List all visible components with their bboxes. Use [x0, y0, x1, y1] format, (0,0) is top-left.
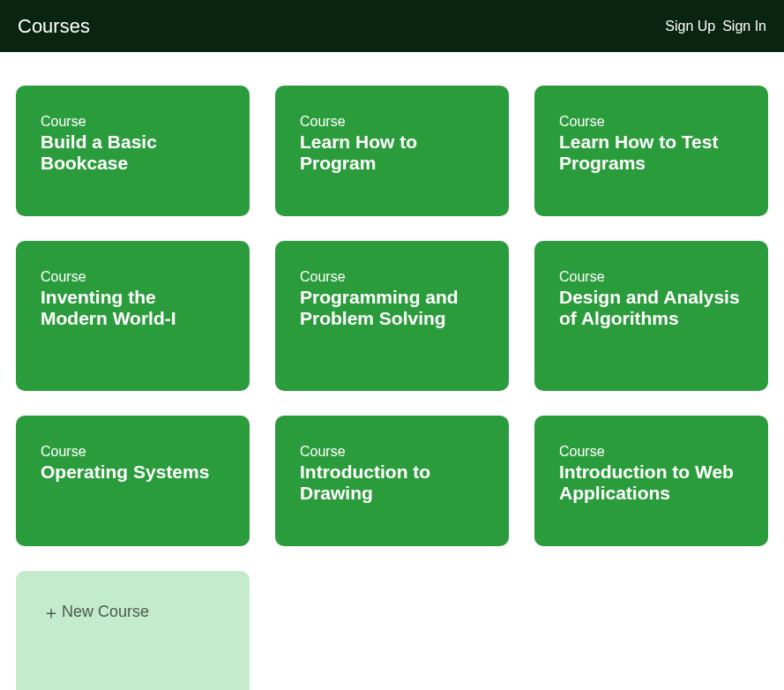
course-title: Programming and Problem Solving	[300, 287, 484, 329]
signup-link[interactable]: Sign Up	[665, 19, 715, 34]
new-course-content: ＋ New Course	[42, 603, 149, 621]
course-label: Course	[559, 114, 743, 130]
course-label: Course	[559, 444, 743, 460]
navbar-brand[interactable]: Courses	[18, 15, 90, 38]
course-label: Course	[300, 269, 484, 285]
course-title: Learn How to Program	[300, 131, 484, 174]
course-card[interactable]: Course Programming and Problem Solving	[275, 241, 509, 391]
course-label: Course	[559, 269, 743, 285]
new-course-card[interactable]: ＋ New Course	[16, 571, 250, 690]
course-label: Course	[300, 444, 484, 460]
course-card[interactable]: Course Introduction to Drawing	[275, 416, 509, 546]
course-card[interactable]: Course Learn How to Program	[275, 86, 509, 216]
new-course-label: New Course	[62, 603, 149, 621]
course-title: Introduction to Drawing	[300, 461, 484, 504]
course-card[interactable]: Course Operating Systems	[16, 416, 250, 546]
course-title: Design and Analysis of Algorithms	[559, 287, 743, 329]
plus-icon: ＋	[42, 604, 60, 621]
course-title: Learn How to Test Programs	[559, 131, 743, 174]
navbar-links: Sign Up Sign In	[665, 19, 766, 34]
course-title: Operating Systems	[41, 461, 225, 483]
course-label: Course	[300, 114, 484, 130]
course-grid: Course Build a Basic Bookcase Course Lea…	[16, 86, 768, 690]
course-label: Course	[41, 114, 225, 130]
course-card[interactable]: Course Design and Analysis of Algorithms	[534, 241, 768, 391]
course-title: Inventing the Modern World-I	[41, 287, 225, 329]
course-label: Course	[41, 269, 225, 285]
course-card[interactable]: Course Inventing the Modern World-I	[16, 241, 250, 391]
course-title: Introduction to Web Applications	[559, 461, 743, 504]
signin-link[interactable]: Sign In	[722, 19, 766, 34]
navbar: Courses Sign Up Sign In	[0, 0, 784, 52]
course-label: Course	[41, 444, 225, 460]
course-card[interactable]: Course Learn How to Test Programs	[534, 86, 768, 216]
course-title: Build a Basic Bookcase	[41, 131, 225, 174]
course-card[interactable]: Course Introduction to Web Applications	[534, 416, 768, 546]
main-content: Course Build a Basic Bookcase Course Lea…	[0, 52, 784, 690]
course-card[interactable]: Course Build a Basic Bookcase	[16, 86, 250, 216]
